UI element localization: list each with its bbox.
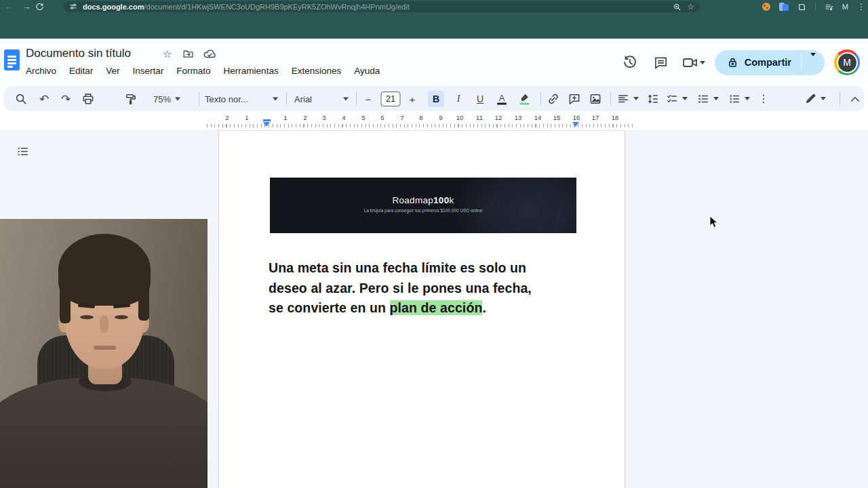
toolbar-divider xyxy=(356,92,357,105)
menu-ayuda[interactable]: Ayuda xyxy=(354,66,380,76)
menu-extensiones[interactable]: Extensiones xyxy=(292,66,342,76)
checklist-select[interactable] xyxy=(666,93,688,105)
pen-mode-select[interactable] xyxy=(804,93,826,105)
share-label: Compartir xyxy=(745,57,791,68)
menu-archivo[interactable]: Archivo xyxy=(26,66,56,76)
paragraph-style-select[interactable]: Texto nor... xyxy=(205,94,278,104)
first-line-indent-marker[interactable] xyxy=(263,119,271,121)
ruler-mark: 13 xyxy=(515,114,522,121)
back-icon[interactable]: ← xyxy=(0,1,18,13)
zoom-page-icon[interactable] xyxy=(673,3,682,12)
browser-chrome: ← → docs.google.com/document/d/1HKwjSWEN… xyxy=(0,0,868,39)
document-title[interactable]: Documento sin título xyxy=(26,47,131,60)
insert-image-icon[interactable] xyxy=(589,92,602,105)
docs-logo-icon[interactable] xyxy=(4,49,20,70)
banner-title: Roadmap100k xyxy=(270,195,576,205)
font-size-input[interactable]: 21 xyxy=(381,92,401,106)
underline-button[interactable]: U xyxy=(472,91,488,107)
zoom-select[interactable]: 75% xyxy=(153,94,180,104)
ruler-mark: 2 xyxy=(225,114,229,121)
font-family-select[interactable]: Arial xyxy=(294,94,349,104)
workspace-icon[interactable] xyxy=(779,2,789,12)
banner-image[interactable]: Roadmap100k La brújula para conseguir tu… xyxy=(270,178,576,233)
webcam-overlay xyxy=(0,219,208,488)
address-bar[interactable]: docs.google.com/document/d/1HKwjSWENC3oU… xyxy=(64,1,700,12)
banner-subtitle: La brújula para conseguir tus primeros $… xyxy=(270,208,576,213)
ruler-mark: 1 xyxy=(283,114,287,121)
star-icon[interactable]: ☆ xyxy=(163,48,172,60)
paint-format-icon[interactable] xyxy=(125,92,138,105)
docs-header: Documento sin título ☆ Archivo Editar Ve… xyxy=(0,39,868,85)
collapse-toolbar-icon[interactable] xyxy=(850,95,861,103)
google-docs-screen: ← → docs.google.com/document/d/1HKwjSWEN… xyxy=(0,0,868,488)
menu-editar[interactable]: Editar xyxy=(69,66,93,76)
ruler-mark: 16 xyxy=(573,114,580,121)
right-indent-marker[interactable] xyxy=(572,122,579,127)
forward-icon[interactable]: → xyxy=(18,1,35,13)
browser-menu-icon[interactable]: ⋮ xyxy=(857,3,865,11)
outline-icon[interactable] xyxy=(16,145,29,158)
history-icon[interactable] xyxy=(614,54,646,70)
align-select[interactable] xyxy=(617,93,639,105)
text-color-button[interactable]: A xyxy=(497,93,507,104)
playlist-icon[interactable] xyxy=(825,3,833,12)
site-info-icon[interactable] xyxy=(69,3,77,11)
browser-profile-initial[interactable]: M xyxy=(842,3,848,11)
bookmark-star-icon[interactable]: ☆ xyxy=(687,3,694,11)
ruler-mark: 11 xyxy=(476,114,483,121)
account-avatar[interactable]: M xyxy=(834,49,860,75)
menu-herramientas[interactable]: Herramientas xyxy=(224,66,279,76)
para-line-1: Una meta sin una fecha límite es solo un xyxy=(269,260,526,275)
person-eye xyxy=(80,315,94,319)
ruler-mark: 7 xyxy=(400,114,403,121)
highlighted-text: plan de acción xyxy=(390,300,483,315)
add-comment-icon[interactable] xyxy=(568,92,581,105)
bullet-list-select[interactable] xyxy=(697,93,719,105)
avatar-initial: M xyxy=(837,52,858,73)
line-spacing-icon[interactable] xyxy=(647,93,659,105)
share-button[interactable]: Compartir xyxy=(715,50,825,75)
ruler-mark: 8 xyxy=(419,114,422,121)
ruler-mark: 6 xyxy=(380,114,384,121)
ruler-ticks xyxy=(207,124,635,127)
para-line-3: se convierte en un xyxy=(269,300,390,315)
camera-dropdown-caret[interactable] xyxy=(700,61,705,64)
move-folder-icon[interactable] xyxy=(182,48,195,60)
ruler-mark: 5 xyxy=(361,114,365,121)
bold-button[interactable]: B xyxy=(428,91,444,107)
comments-icon[interactable] xyxy=(646,55,677,70)
ruler-mark: 15 xyxy=(553,114,561,121)
extensions-icon[interactable] xyxy=(797,3,806,12)
highlight-color-button[interactable] xyxy=(519,93,530,104)
toolbar-divider xyxy=(840,92,840,105)
left-indent-marker[interactable] xyxy=(263,122,270,127)
ruler-mark: 10 xyxy=(456,114,464,121)
person-hair-side xyxy=(60,281,71,323)
numbered-list-select[interactable] xyxy=(728,93,750,105)
refresh-icon[interactable] xyxy=(35,3,53,12)
person-shirt xyxy=(0,378,208,488)
more-icon[interactable]: ⋮ xyxy=(758,94,769,104)
ruler-mark: 12 xyxy=(495,114,502,121)
body-paragraph[interactable]: Una meta sin una fecha límite es solo un… xyxy=(269,258,574,319)
para-line-3-period: . xyxy=(482,300,486,315)
para-line-2: deseo al azar. Pero si le pones una fech… xyxy=(269,281,532,296)
menu-formato[interactable]: Formato xyxy=(176,66,210,76)
cursor-pointer xyxy=(709,216,719,229)
ruler-mark: 1 xyxy=(245,114,248,121)
link-icon[interactable] xyxy=(547,92,560,105)
increase-font-size-button[interactable]: + xyxy=(410,94,416,104)
decrease-font-size-button[interactable]: − xyxy=(366,94,372,104)
menu-ver[interactable]: Ver xyxy=(106,66,119,76)
cloud-saved-icon[interactable] xyxy=(203,48,216,60)
menu-insertar[interactable]: Insertar xyxy=(133,66,164,76)
document-page[interactable]: Roadmap100k La brújula para conseguir tu… xyxy=(218,130,625,488)
cookie-icon[interactable] xyxy=(762,3,770,11)
share-dropdown-caret[interactable] xyxy=(802,56,825,68)
toolbar-divider xyxy=(286,92,287,105)
ruler[interactable]: 2 1 1 2 3 4 5 6 7 8 9 10 11 12 13 14 15 … xyxy=(0,111,868,130)
italic-button[interactable]: I xyxy=(450,91,467,107)
chrome-divider xyxy=(815,3,816,11)
ruler-mark: 3 xyxy=(322,114,326,121)
ruler-mark: 17 xyxy=(592,114,599,121)
